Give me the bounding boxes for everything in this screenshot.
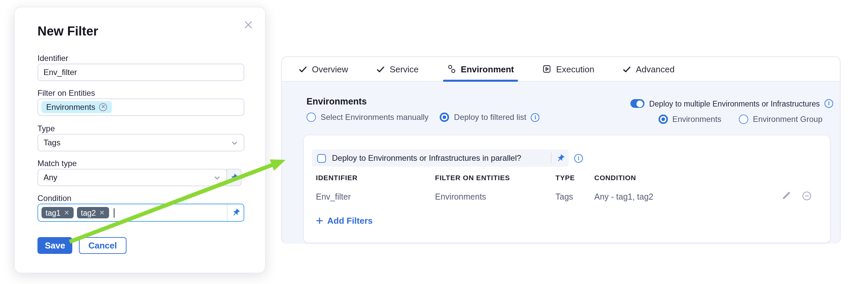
check-icon [622, 65, 631, 73]
identifier-input[interactable]: Env_filter [37, 64, 244, 81]
radio-label: Select Environments manually [320, 113, 429, 122]
info-icon[interactable]: i [574, 154, 583, 163]
parallel-strip-row: Deploy to Environments or Infrastructure… [312, 149, 583, 167]
tab-label: Overview [312, 64, 348, 74]
circled-x-icon[interactable]: ✕ [99, 103, 107, 111]
radio-deploy-filtered[interactable]: Deploy to filtered list i [440, 113, 540, 122]
filters-card: Deploy to Environments or Infrastructure… [303, 135, 831, 243]
tab-execution[interactable]: Execution [542, 57, 594, 81]
tab-label: Execution [556, 64, 594, 74]
tab-label: Environment [461, 64, 514, 74]
col-type: TYPE [555, 173, 594, 181]
condition-chip: tag1 ✕ [41, 207, 73, 218]
condition-chip-label: tag1 [45, 209, 61, 217]
radio-environment-group[interactable]: Environment Group [739, 115, 823, 124]
parallel-pin-button[interactable] [552, 154, 569, 163]
parallel-strip: Deploy to Environments or Infrastructure… [312, 149, 569, 167]
col-filter-on-entities: FILTER ON ENTITIES [435, 173, 555, 181]
radio-label: Environments [672, 115, 721, 124]
parallel-checkbox[interactable] [317, 154, 326, 163]
cell-identifier: Env_filter [316, 192, 435, 202]
identifier-label: Identifier [37, 54, 68, 63]
radio-icon[interactable] [440, 113, 450, 122]
tab-label: Advanced [636, 64, 675, 74]
play-box-icon [542, 64, 552, 74]
entities-label: Filter on Entities [37, 88, 95, 98]
info-icon[interactable]: i [531, 113, 540, 121]
stage-tabbar: Overview Service Environment Execution [282, 57, 840, 82]
condition-chip-label: tag2 [81, 209, 96, 217]
x-icon[interactable]: ✕ [64, 209, 70, 216]
match-type-value: Any [43, 173, 57, 182]
tab-overview[interactable]: Overview [299, 57, 348, 81]
environment-tab-content: Environments Select Environments manuall… [282, 82, 840, 244]
pencil-icon[interactable] [782, 191, 791, 200]
filters-table-header: IDENTIFIER FILTER ON ENTITIES TYPE CONDI… [316, 173, 636, 181]
cancel-button[interactable]: Cancel [79, 237, 126, 254]
radio-environments[interactable]: Environments [658, 115, 721, 124]
radio-icon[interactable] [658, 115, 668, 124]
cell-type: Tags [555, 192, 594, 202]
chevron-down-icon [231, 139, 238, 146]
cell-entities: Environments [435, 192, 555, 202]
add-filters-button[interactable]: Add Filters [316, 216, 373, 226]
minus-circle-icon[interactable] [802, 191, 812, 201]
type-select[interactable]: Tags [37, 134, 244, 151]
multi-env-toggle[interactable] [630, 99, 645, 108]
radio-icon[interactable] [307, 113, 316, 122]
add-filters-label: Add Filters [327, 216, 373, 226]
pushpin-icon [556, 154, 564, 163]
radio-icon[interactable] [739, 115, 748, 124]
check-icon [299, 65, 307, 73]
save-button[interactable]: Save [37, 237, 72, 254]
page: New Filter Identifier Env_filter Filter … [0, 0, 868, 284]
pipeline-stage-panel: Overview Service Environment Execution [281, 56, 841, 244]
parallel-label: Deploy to Environments or Infrastructure… [332, 153, 521, 163]
entities-input[interactable]: Environments ✕ [37, 98, 244, 116]
pushpin-icon [231, 208, 240, 217]
entities-chip-label: Environments [46, 103, 95, 112]
radio-select-manually[interactable]: Select Environments manually [307, 113, 429, 122]
condition-chip: tag2 ✕ [77, 207, 109, 218]
text-caret [114, 208, 114, 217]
tab-advanced[interactable]: Advanced [622, 57, 675, 81]
close-icon[interactable] [243, 20, 254, 30]
environments-heading: Environments [307, 96, 367, 107]
tab-environment[interactable]: Environment [447, 57, 514, 81]
entities-chip: Environments ✕ [41, 101, 112, 113]
match-type-label: Match type [37, 159, 76, 168]
identifier-value: Env_filter [43, 68, 77, 77]
environment-mode-radios: Select Environments manually Deploy to f… [307, 113, 540, 122]
pushpin-icon [229, 173, 238, 182]
info-icon[interactable]: i [825, 99, 833, 108]
condition-input[interactable]: tag1 ✕ tag2 ✕ [37, 204, 244, 222]
col-condition: CONDITION [594, 173, 636, 181]
hexagons-icon [447, 64, 456, 74]
radio-label: Environment Group [753, 115, 823, 124]
env-target-radios: Environments Environment Group [658, 115, 823, 124]
multi-env-toggle-row: Deploy to multiple Environments or Infra… [630, 99, 833, 108]
match-type-select[interactable]: Any [37, 169, 227, 186]
plus-icon [316, 217, 323, 224]
toggle-label: Deploy to multiple Environments or Infra… [649, 100, 820, 108]
tab-service[interactable]: Service [376, 57, 418, 81]
match-type-pin-button[interactable] [226, 169, 242, 186]
condition-label: Condition [37, 194, 71, 203]
type-value: Tags [43, 138, 61, 147]
table-row: Env_filter Environments Tags Any - tag1,… [316, 192, 653, 202]
check-icon [376, 65, 385, 73]
modal-title: New Filter [37, 24, 98, 39]
condition-pin-button[interactable] [227, 204, 244, 221]
x-icon[interactable]: ✕ [99, 209, 105, 216]
chevron-down-icon [214, 174, 221, 181]
tab-label: Service [390, 64, 418, 74]
radio-label: Deploy to filtered list [454, 113, 526, 122]
col-identifier: IDENTIFIER [316, 173, 435, 181]
type-label: Type [37, 124, 55, 133]
new-filter-modal: New Filter Identifier Env_filter Filter … [14, 7, 266, 273]
cell-condition: Any - tag1, tag2 [594, 192, 653, 202]
